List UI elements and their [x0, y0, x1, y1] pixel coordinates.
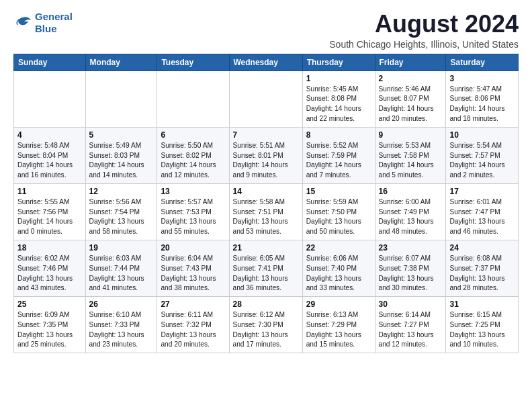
calendar-week-row: 4Sunrise: 5:48 AM Sunset: 8:04 PM Daylig…: [14, 127, 519, 183]
day-number: 14: [233, 187, 299, 196]
calendar-cell: 1Sunrise: 5:45 AM Sunset: 8:08 PM Daylig…: [302, 71, 375, 127]
day-info: Sunrise: 6:13 AM Sunset: 7:29 PM Dayligh…: [306, 310, 371, 350]
day-number: 29: [306, 300, 371, 309]
calendar-cell: 5Sunrise: 5:49 AM Sunset: 8:03 PM Daylig…: [85, 127, 157, 183]
day-info: Sunrise: 5:59 AM Sunset: 7:50 PM Dayligh…: [306, 197, 371, 237]
day-info: Sunrise: 6:02 AM Sunset: 7:46 PM Dayligh…: [17, 254, 82, 293]
calendar-cell: 7Sunrise: 5:51 AM Sunset: 8:01 PM Daylig…: [229, 127, 302, 183]
day-number: 27: [161, 300, 225, 309]
calendar-cell: [229, 71, 302, 127]
day-info: Sunrise: 5:53 AM Sunset: 7:58 PM Dayligh…: [379, 141, 443, 181]
weekday-header-cell: Wednesday: [229, 54, 302, 71]
calendar-cell: 8Sunrise: 5:52 AM Sunset: 7:59 PM Daylig…: [302, 127, 375, 183]
day-number: 26: [89, 300, 154, 309]
calendar-cell: 11Sunrise: 5:55 AM Sunset: 7:56 PM Dayli…: [14, 183, 86, 240]
calendar-cell: [14, 71, 86, 127]
day-info: Sunrise: 6:00 AM Sunset: 7:49 PM Dayligh…: [379, 197, 443, 237]
calendar-cell: 22Sunrise: 6:06 AM Sunset: 7:40 PM Dayli…: [302, 240, 375, 296]
day-number: 11: [17, 187, 82, 196]
calendar-cell: 27Sunrise: 6:11 AM Sunset: 7:32 PM Dayli…: [157, 297, 229, 353]
calendar-week-row: 18Sunrise: 6:02 AM Sunset: 7:46 PM Dayli…: [14, 240, 519, 296]
calendar-cell: 20Sunrise: 6:04 AM Sunset: 7:43 PM Dayli…: [157, 240, 229, 296]
day-info: Sunrise: 5:49 AM Sunset: 8:03 PM Dayligh…: [89, 141, 154, 181]
calendar-cell: [85, 71, 157, 127]
day-number: 12: [89, 187, 154, 196]
weekday-header-cell: Friday: [375, 54, 446, 71]
day-info: Sunrise: 5:58 AM Sunset: 7:51 PM Dayligh…: [233, 197, 299, 237]
day-number: 25: [17, 300, 82, 309]
calendar-cell: 24Sunrise: 6:08 AM Sunset: 7:37 PM Dayli…: [446, 240, 519, 296]
day-number: 2: [379, 74, 443, 83]
weekday-header-cell: Monday: [85, 54, 157, 71]
day-number: 19: [89, 243, 154, 253]
day-number: 31: [449, 300, 515, 309]
day-number: 16: [379, 187, 443, 196]
day-info: Sunrise: 6:12 AM Sunset: 7:30 PM Dayligh…: [233, 310, 299, 350]
day-info: Sunrise: 6:15 AM Sunset: 7:25 PM Dayligh…: [449, 310, 515, 350]
day-info: Sunrise: 5:46 AM Sunset: 8:07 PM Dayligh…: [379, 85, 443, 124]
calendar-title-area: August 2024 South Chicago Heights, Illin…: [329, 11, 519, 50]
calendar-body: 1Sunrise: 5:45 AM Sunset: 8:08 PM Daylig…: [14, 71, 519, 353]
calendar-cell: 12Sunrise: 5:56 AM Sunset: 7:54 PM Dayli…: [85, 183, 157, 240]
day-number: 7: [233, 130, 299, 140]
calendar-table: SundayMondayTuesdayWednesdayThursdayFrid…: [13, 54, 519, 354]
day-number: 4: [17, 130, 82, 140]
calendar-cell: 4Sunrise: 5:48 AM Sunset: 8:04 PM Daylig…: [14, 127, 86, 183]
weekday-header-row: SundayMondayTuesdayWednesdayThursdayFrid…: [14, 54, 519, 71]
day-number: 17: [449, 187, 515, 196]
calendar-cell: [157, 71, 229, 127]
day-info: Sunrise: 6:07 AM Sunset: 7:38 PM Dayligh…: [379, 254, 443, 293]
calendar-cell: 19Sunrise: 6:03 AM Sunset: 7:44 PM Dayli…: [85, 240, 157, 296]
calendar-cell: 23Sunrise: 6:07 AM Sunset: 7:38 PM Dayli…: [375, 240, 446, 296]
day-number: 1: [306, 74, 371, 83]
calendar-cell: 6Sunrise: 5:50 AM Sunset: 8:02 PM Daylig…: [157, 127, 229, 183]
day-info: Sunrise: 6:04 AM Sunset: 7:43 PM Dayligh…: [161, 254, 225, 293]
day-number: 3: [449, 74, 515, 83]
calendar-cell: 30Sunrise: 6:14 AM Sunset: 7:27 PM Dayli…: [375, 297, 446, 353]
day-number: 30: [379, 300, 443, 309]
day-info: Sunrise: 5:51 AM Sunset: 8:01 PM Dayligh…: [233, 141, 299, 181]
calendar-week-row: 1Sunrise: 5:45 AM Sunset: 8:08 PM Daylig…: [14, 71, 519, 127]
calendar-cell: 13Sunrise: 5:57 AM Sunset: 7:53 PM Dayli…: [157, 183, 229, 240]
day-info: Sunrise: 6:10 AM Sunset: 7:33 PM Dayligh…: [89, 310, 154, 350]
weekday-header-cell: Sunday: [14, 54, 86, 71]
calendar-cell: 10Sunrise: 5:54 AM Sunset: 7:57 PM Dayli…: [446, 127, 519, 183]
calendar-cell: 21Sunrise: 6:05 AM Sunset: 7:41 PM Dayli…: [229, 240, 302, 296]
calendar-cell: 9Sunrise: 5:53 AM Sunset: 7:58 PM Daylig…: [375, 127, 446, 183]
day-number: 20: [161, 243, 225, 253]
calendar-cell: 16Sunrise: 6:00 AM Sunset: 7:49 PM Dayli…: [375, 183, 446, 240]
day-number: 9: [379, 130, 443, 140]
calendar-subtitle: South Chicago Heights, Illinois, United …: [329, 39, 519, 50]
day-number: 22: [306, 243, 371, 253]
day-info: Sunrise: 5:56 AM Sunset: 7:54 PM Dayligh…: [89, 197, 154, 237]
day-number: 18: [17, 243, 82, 253]
calendar-cell: 17Sunrise: 6:01 AM Sunset: 7:47 PM Dayli…: [446, 183, 519, 240]
day-number: 24: [449, 243, 515, 253]
calendar-cell: 3Sunrise: 5:47 AM Sunset: 8:06 PM Daylig…: [446, 71, 519, 127]
weekday-header-cell: Thursday: [302, 54, 375, 71]
day-info: Sunrise: 5:48 AM Sunset: 8:04 PM Dayligh…: [17, 141, 82, 181]
day-info: Sunrise: 5:52 AM Sunset: 7:59 PM Dayligh…: [306, 141, 371, 181]
day-number: 6: [161, 130, 225, 140]
day-number: 8: [306, 130, 371, 140]
calendar-cell: 31Sunrise: 6:15 AM Sunset: 7:25 PM Dayli…: [446, 297, 519, 353]
calendar-cell: 18Sunrise: 6:02 AM Sunset: 7:46 PM Dayli…: [14, 240, 86, 296]
calendar-cell: 29Sunrise: 6:13 AM Sunset: 7:29 PM Dayli…: [302, 297, 375, 353]
page-header: General Blue August 2024 South Chicago H…: [13, 11, 519, 50]
day-number: 28: [233, 300, 299, 309]
day-info: Sunrise: 6:09 AM Sunset: 7:35 PM Dayligh…: [17, 310, 82, 350]
calendar-cell: 26Sunrise: 6:10 AM Sunset: 7:33 PM Dayli…: [85, 297, 157, 353]
calendar-cell: 25Sunrise: 6:09 AM Sunset: 7:35 PM Dayli…: [14, 297, 86, 353]
day-info: Sunrise: 5:50 AM Sunset: 8:02 PM Dayligh…: [161, 141, 225, 181]
weekday-header-cell: Saturday: [446, 54, 519, 71]
calendar-week-row: 11Sunrise: 5:55 AM Sunset: 7:56 PM Dayli…: [14, 183, 519, 240]
logo-icon: [13, 15, 32, 31]
day-info: Sunrise: 6:06 AM Sunset: 7:40 PM Dayligh…: [306, 254, 371, 293]
day-info: Sunrise: 6:03 AM Sunset: 7:44 PM Dayligh…: [89, 254, 154, 293]
day-info: Sunrise: 5:55 AM Sunset: 7:56 PM Dayligh…: [17, 197, 82, 237]
day-info: Sunrise: 6:05 AM Sunset: 7:41 PM Dayligh…: [233, 254, 299, 293]
day-info: Sunrise: 6:08 AM Sunset: 7:37 PM Dayligh…: [449, 254, 515, 293]
day-number: 23: [379, 243, 443, 253]
weekday-header-cell: Tuesday: [157, 54, 229, 71]
day-info: Sunrise: 6:01 AM Sunset: 7:47 PM Dayligh…: [449, 197, 515, 237]
